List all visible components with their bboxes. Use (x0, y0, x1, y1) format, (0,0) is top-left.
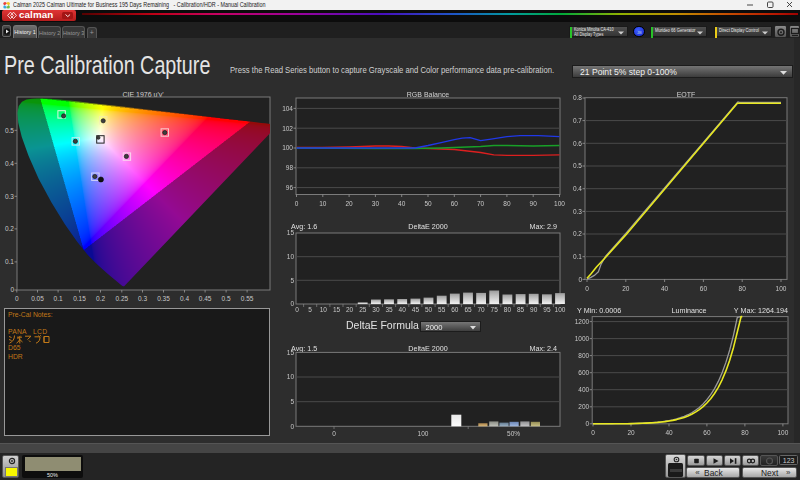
svg-text:60: 60 (451, 200, 459, 207)
svg-text:50%: 50% (507, 430, 520, 437)
svg-text:DeltaE 2000: DeltaE 2000 (408, 222, 448, 231)
svg-text:0: 0 (585, 285, 589, 292)
svg-text:10: 10 (287, 373, 295, 380)
svg-text:20: 20 (346, 306, 354, 313)
svg-text:95: 95 (543, 306, 551, 313)
svg-text:80: 80 (739, 285, 747, 292)
svg-text:35: 35 (385, 306, 393, 313)
svg-text:40: 40 (399, 306, 407, 313)
svg-text:1200: 1200 (575, 318, 590, 325)
svg-text:55: 55 (438, 306, 446, 313)
svg-text:Luminance: Luminance (671, 306, 706, 315)
svg-text:25: 25 (359, 306, 367, 313)
svg-text:Max: 2.9: Max: 2.9 (529, 222, 557, 231)
svg-text:50: 50 (425, 306, 433, 313)
svg-text:0: 0 (591, 429, 595, 436)
svg-text:Avg: 1.6: Avg: 1.6 (291, 222, 317, 231)
svg-text:10: 10 (287, 253, 295, 260)
svg-text:Y Min: 0.0006: Y Min: 0.0006 (577, 306, 621, 315)
svg-text:RGB Balance: RGB Balance (407, 91, 450, 98)
svg-text:40: 40 (661, 285, 669, 292)
svg-text:0: 0 (332, 430, 336, 437)
svg-text:Max: 2.4: Max: 2.4 (529, 344, 557, 353)
svg-text:10: 10 (320, 306, 328, 313)
svg-text:65: 65 (464, 306, 472, 313)
svg-text:70: 70 (477, 200, 485, 207)
svg-text:600: 600 (578, 369, 589, 376)
svg-text:0.5: 0.5 (573, 162, 582, 169)
svg-text:20: 20 (627, 429, 635, 436)
svg-text:80: 80 (504, 306, 512, 313)
svg-text:10: 10 (319, 200, 327, 207)
svg-text:100: 100 (776, 285, 787, 292)
svg-text:400: 400 (578, 386, 589, 393)
svg-text:0.6: 0.6 (573, 140, 582, 147)
svg-text:5: 5 (290, 398, 294, 405)
svg-text:200: 200 (578, 403, 589, 410)
svg-text:60: 60 (703, 429, 711, 436)
svg-text:DeltaE 2000: DeltaE 2000 (408, 344, 448, 353)
svg-text:100: 100 (282, 144, 293, 151)
svg-text:98: 98 (286, 164, 294, 171)
svg-text:1000: 1000 (575, 335, 590, 342)
svg-text:0.2: 0.2 (573, 230, 582, 237)
svg-text:15: 15 (287, 229, 295, 236)
svg-text:60: 60 (451, 306, 459, 313)
svg-text:80: 80 (741, 429, 749, 436)
svg-text:96: 96 (286, 184, 294, 191)
svg-text:60: 60 (700, 285, 708, 292)
svg-text:75: 75 (491, 306, 499, 313)
svg-text:90: 90 (530, 200, 538, 207)
svg-text:Y Max: 1264.194: Y Max: 1264.194 (734, 306, 788, 315)
svg-text:104: 104 (282, 105, 293, 112)
svg-text:85: 85 (517, 306, 525, 313)
svg-text:0: 0 (290, 423, 294, 430)
svg-text:800: 800 (578, 352, 589, 359)
svg-text:45: 45 (412, 306, 420, 313)
svg-text:0.3: 0.3 (573, 208, 582, 215)
svg-text:30: 30 (372, 200, 380, 207)
svg-text:30: 30 (372, 306, 380, 313)
svg-text:0: 0 (295, 200, 299, 207)
svg-text:20: 20 (345, 200, 353, 207)
svg-text:0.8: 0.8 (573, 94, 582, 101)
svg-text:0.7: 0.7 (573, 117, 582, 124)
svg-text:15: 15 (287, 349, 295, 356)
svg-text:102: 102 (282, 125, 293, 132)
svg-text:40: 40 (398, 200, 406, 207)
svg-text:0.1: 0.1 (573, 253, 582, 260)
svg-text:100: 100 (777, 429, 788, 436)
svg-text:0: 0 (586, 420, 590, 427)
svg-text:40: 40 (665, 429, 673, 436)
svg-text:5: 5 (290, 277, 294, 284)
svg-text:90: 90 (530, 306, 538, 313)
svg-text:20: 20 (622, 285, 630, 292)
svg-text:80: 80 (503, 200, 511, 207)
svg-text:0.4: 0.4 (573, 185, 582, 192)
svg-text:0: 0 (295, 306, 299, 313)
svg-text:15: 15 (333, 306, 341, 313)
svg-text:5: 5 (308, 306, 312, 313)
svg-text:50: 50 (424, 200, 432, 207)
svg-text:100: 100 (418, 430, 429, 437)
svg-text:70: 70 (477, 306, 485, 313)
svg-text:100: 100 (554, 200, 565, 207)
svg-text:0: 0 (290, 300, 294, 307)
svg-text:Avg: 1.5: Avg: 1.5 (291, 344, 317, 353)
svg-text:0: 0 (578, 276, 582, 283)
svg-text:EOTF: EOTF (677, 91, 696, 98)
